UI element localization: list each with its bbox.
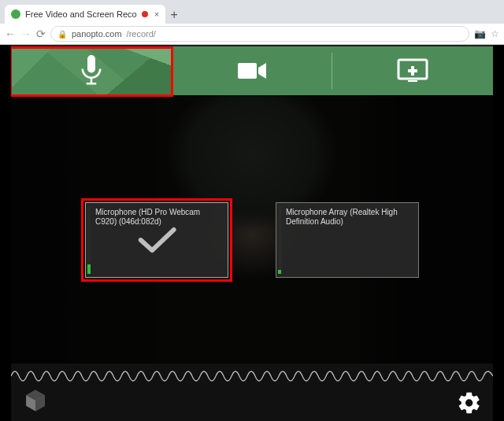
bottom-bar — [11, 364, 493, 421]
gear-icon — [457, 390, 482, 415]
svg-rect-0 — [87, 55, 95, 73]
panopto-logo-icon[interactable] — [22, 387, 49, 414]
page-body: Microphone (HD Pro Webcam C920) (046d:08… — [0, 45, 504, 421]
source-bar — [11, 46, 493, 95]
source-audio-button[interactable] — [11, 46, 172, 95]
new-tab-button[interactable]: + — [165, 6, 183, 24]
mic-icon — [79, 55, 104, 87]
svg-rect-3 — [408, 80, 417, 82]
permissions-camera-icon[interactable]: 📷 — [474, 28, 486, 39]
mic-level-meter — [278, 206, 281, 274]
url-host: panopto.com — [72, 29, 122, 39]
svg-rect-1 — [238, 63, 257, 79]
mic-option-label: Microphone Array (Realtek High Definitio… — [286, 208, 412, 227]
browser-tab-active[interactable]: Free Video and Screen Reco × — [5, 5, 165, 24]
settings-button[interactable] — [457, 390, 482, 415]
screen-icon — [397, 58, 428, 83]
reload-button[interactable]: ⟳ — [36, 28, 46, 40]
browser-tabstrip: Free Video and Screen Reco × + — [0, 0, 504, 24]
camera-icon — [236, 60, 268, 82]
mic-options: Microphone (HD Pro Webcam C920) (046d:08… — [11, 202, 493, 278]
bookmark-star-icon[interactable]: ☆ — [491, 28, 499, 39]
recording-indicator-icon — [142, 11, 148, 17]
source-screen-button[interactable] — [332, 46, 493, 95]
tab-close-icon[interactable]: × — [154, 9, 159, 19]
mic-option-2[interactable]: Microphone Array (Realtek High Definitio… — [276, 202, 419, 278]
check-icon — [134, 223, 180, 260]
tab-title: Free Video and Screen Reco — [25, 9, 137, 19]
browser-toolbar: ← → ⟳ 🔒 panopto.com/record/ 📷 ☆ — [0, 24, 504, 45]
back-button[interactable]: ← — [5, 28, 16, 40]
address-bar[interactable]: 🔒 panopto.com/record/ — [50, 26, 469, 42]
mic-level-meter — [87, 206, 91, 274]
recorder-stage: Microphone (HD Pro Webcam C920) (046d:08… — [11, 45, 493, 421]
url-path: /record/ — [127, 29, 156, 39]
waveform — [11, 364, 493, 389]
favicon — [11, 9, 20, 19]
forward-button[interactable]: → — [20, 28, 32, 40]
source-video-button[interactable] — [172, 46, 332, 95]
mic-option-1[interactable]: Microphone (HD Pro Webcam C920) (046d:08… — [85, 202, 228, 278]
lock-icon: 🔒 — [57, 30, 67, 39]
